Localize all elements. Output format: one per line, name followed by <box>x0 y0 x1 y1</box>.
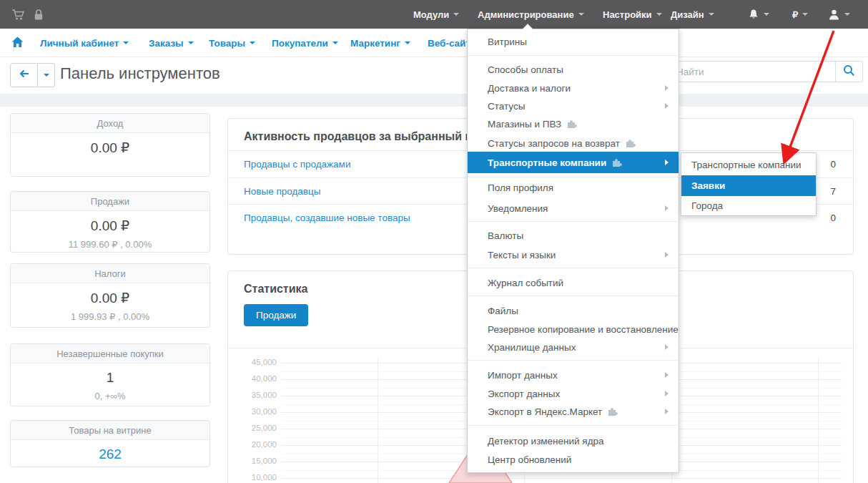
chevron-right-icon <box>665 160 669 165</box>
vendors-created-products-link[interactable]: Продавцы, создавшие новые товары <box>244 213 410 223</box>
stat-subvalue: 1 999.93 ₽ , 0.00% <box>11 311 209 322</box>
vendors-with-sales-link[interactable]: Продавцы с продажами <box>244 159 350 170</box>
menu-item-export-data[interactable]: Экспорт данных <box>468 384 679 403</box>
y-axis-tick: 40,000 <box>244 374 277 383</box>
menu-item-return-request-statuses[interactable]: Статусы запросов на возврат <box>468 134 679 152</box>
menu-item-event-log[interactable]: Журнал событий <box>468 273 679 292</box>
menu-separator <box>468 425 679 426</box>
y-axis-tick: 25,000 <box>244 424 277 432</box>
content-divider-band <box>0 94 868 107</box>
submenu-item-requests[interactable]: Заявки <box>681 175 816 196</box>
stat-card-income: Доход 0.00 ₽ <box>10 113 210 177</box>
y-axis-tick: 30,000 <box>244 407 277 416</box>
chevron-right-icon <box>665 103 669 109</box>
ruble-icon: ₽ <box>792 9 798 20</box>
stat-value: 0.00 ₽ <box>11 290 209 306</box>
search-input[interactable] <box>669 62 835 82</box>
menu-item-transport-companies[interactable]: Транспортные компании <box>468 152 679 173</box>
menu-item-payment-methods[interactable]: Способы оплаты <box>468 60 679 79</box>
menu-item-languages[interactable]: Тексты и языки <box>468 245 679 264</box>
chevron-down-icon <box>764 13 769 16</box>
chevron-down-icon <box>709 13 714 16</box>
lock-icon[interactable] <box>33 0 44 29</box>
bell-icon <box>748 9 759 21</box>
menu-item-import-data[interactable]: Импорт данных <box>468 366 679 384</box>
menu-separator <box>468 221 679 222</box>
chevron-right-icon <box>665 409 669 414</box>
menu-item-shipping-taxes[interactable]: Доставка и налоги <box>468 79 679 97</box>
user-icon <box>828 9 840 21</box>
sales-tab-button[interactable]: Продажи <box>244 304 308 326</box>
gridline-vertical <box>378 357 378 483</box>
topbar: Модули Администрирование Настройки Дизай… <box>0 0 868 29</box>
nav-item-products[interactable]: Товары <box>209 29 255 57</box>
stat-subvalue: 0, +∞% <box>11 391 209 401</box>
menu-item-profile-fields[interactable]: Поля профиля <box>468 178 679 197</box>
addon-puzzle-icon <box>626 139 636 148</box>
submenu-item-cities[interactable]: Города <box>681 196 816 215</box>
stat-card-sales: Продажи 0.00 ₽ 11 999.60 ₽ , 0.00% <box>10 191 210 253</box>
nav-item-marketing[interactable]: Маркетинг <box>350 29 410 57</box>
menu-item-stores-pickup[interactable]: Магазины и ПВЗ <box>468 114 679 133</box>
menu-separator <box>468 360 679 361</box>
addon-puzzle-icon <box>567 119 578 129</box>
back-history-dropdown[interactable] <box>38 63 55 87</box>
menu-item-backup-restore[interactable]: Резервное копирование и восстановление <box>468 320 679 338</box>
chevron-down-icon <box>123 42 129 44</box>
nav-item-orders[interactable]: Заказы <box>149 29 194 57</box>
admin-dashboard-screen: Модули Администрирование Настройки Дизай… <box>0 0 868 483</box>
administration-dropdown: Витрины Способы оплаты Доставка и налоги… <box>467 29 679 473</box>
stat-card-taxes: Налоги 0.00 ₽ 1 999.93 ₽ , 0.00% <box>10 263 210 328</box>
stat-value: 1 <box>11 370 209 386</box>
menu-item-core-change-detector[interactable]: Детектор изменений ядра <box>468 431 679 450</box>
gridline-vertical <box>818 357 819 483</box>
menu-separator <box>468 177 679 177</box>
chevron-right-icon <box>665 85 669 91</box>
chevron-right-icon <box>665 391 669 396</box>
chevron-right-icon <box>665 205 669 211</box>
chevron-down-icon <box>332 42 338 44</box>
menu-item-statuses[interactable]: Статусы <box>468 97 679 115</box>
submenu-item-transport-companies[interactable]: Транспортные компании <box>681 155 816 175</box>
stat-card-abandoned-carts: Незавершенные покупки 1 0, +∞% <box>10 343 210 406</box>
y-axis-tick: 10,000 <box>244 473 277 482</box>
card-title: Статистика <box>244 283 307 296</box>
menu-item-storage[interactable]: Хранилище данных <box>468 338 679 356</box>
chevron-down-icon <box>250 42 255 44</box>
y-axis-tick: 15,000 <box>244 457 277 465</box>
new-vendors-link[interactable]: Новые продавцы <box>244 186 320 197</box>
user-menu[interactable] <box>828 0 850 29</box>
home-button[interactable] <box>11 29 24 57</box>
stat-value-link[interactable]: 262 <box>11 447 209 462</box>
page-title: Панель инструментов <box>60 64 220 83</box>
search-button[interactable] <box>835 62 862 82</box>
y-axis-tick: 35,000 <box>244 391 277 399</box>
search-icon <box>843 64 855 79</box>
y-axis-tick: 45,000 <box>244 358 277 366</box>
menu-item-notifications[interactable]: Уведомления <box>468 199 679 218</box>
topbar-menu-settings[interactable]: Настройки <box>603 0 662 29</box>
menu-item-export-yandex-market[interactable]: Экспорт в Яндекс.Маркет <box>468 402 679 421</box>
currency-menu[interactable]: ₽ <box>792 0 808 29</box>
stat-subvalue: 11 999.60 ₽ , 0.00% <box>11 239 209 250</box>
menu-item-upgrade-center[interactable]: Центр обновлений <box>468 450 679 469</box>
cart-icon[interactable] <box>11 0 26 29</box>
nav-item-customers[interactable]: Покупатели <box>272 29 338 57</box>
menu-item-storefronts[interactable]: Витрины <box>468 32 679 51</box>
y-axis-tick: 20,000 <box>244 440 277 449</box>
addon-puzzle-icon <box>612 158 623 167</box>
search-box <box>669 61 863 82</box>
notifications-menu[interactable] <box>748 0 769 29</box>
menu-separator <box>468 296 679 296</box>
menu-item-currencies[interactable]: Валюты <box>468 226 679 245</box>
chevron-down-icon <box>405 42 410 44</box>
topbar-menu-design[interactable]: Дизайн <box>671 0 714 29</box>
nav-item-personal-account[interactable]: Личный кабинет <box>40 29 129 57</box>
chevron-down-icon <box>578 13 584 16</box>
back-button[interactable] <box>10 63 38 87</box>
chevron-right-icon <box>665 252 669 258</box>
chevron-right-icon <box>665 372 669 378</box>
menu-item-files[interactable]: Файлы <box>468 301 679 320</box>
topbar-menu-modules[interactable]: Модули <box>413 0 459 29</box>
chevron-down-icon <box>844 13 850 16</box>
